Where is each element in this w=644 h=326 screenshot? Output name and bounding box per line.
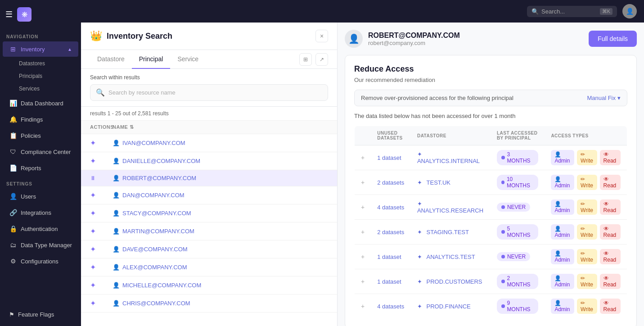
expand-cell[interactable]: + [355, 244, 371, 269]
full-details-button[interactable]: Full details [589, 31, 637, 47]
expand-icon[interactable]: + [361, 278, 365, 285]
expand-cell[interactable]: + [355, 220, 371, 244]
action-icon: ✦ [90, 281, 113, 290]
expand-button[interactable]: ↗ [315, 53, 328, 66]
expand-cell[interactable]: + [355, 294, 371, 319]
grid-view-button[interactable]: ⊞ [299, 53, 312, 66]
sidebar-item-label: Inventory [21, 46, 45, 53]
table-row[interactable]: ✦ 👤 MARTIN@COMPANY.COM [81, 222, 337, 240]
feature-flags-item[interactable]: ⚑ Feature Flags [3, 308, 78, 321]
read-badge: 👁 Read [600, 199, 621, 215]
sidebar-item-integrations[interactable]: 🔗 Integrations [3, 205, 78, 220]
table-row[interactable]: ⏸ 👤 ROBERT@COMPANY.COM [81, 170, 337, 186]
col-access-types-header: ACCESS TYPES [545, 126, 627, 145]
datastore-cell: ✦ ANALYTICS.TEST [411, 244, 491, 269]
table-row[interactable]: ✦ 👤 STACY@COMPANY.COM [81, 204, 337, 222]
access-table-row[interactable]: + 1 dataset ✦ PROD.CUSTOMERS 2 MONTHS 👤 … [355, 269, 627, 294]
col-name-header: NAME ⇅ [113, 124, 328, 130]
principal-icon: 👤 [113, 228, 120, 235]
principal-icon: 👤 [113, 246, 120, 253]
avatar[interactable]: 👤 [622, 4, 637, 18]
col-actions-header: ACTIONS [90, 124, 113, 130]
principal-names: ROBERT@COMPANY.COM robert@company.com [368, 32, 460, 46]
integrations-icon: 🔗 [9, 208, 17, 217]
search-input[interactable] [108, 89, 322, 96]
access-type-badges: 👤 Admin ✏ Write 👁 Read [551, 224, 621, 240]
table-row[interactable]: ✦ 👤 DAN@COMPANY.COM [81, 186, 337, 204]
principal-name: 👤 MARTIN@COMPANY.COM [113, 228, 328, 235]
tab-datastore[interactable]: Datastore [90, 50, 132, 69]
expand-icon[interactable]: + [361, 253, 365, 260]
table-row[interactable]: ✦ 👤 CHRIS@COMPANY.COM [81, 294, 337, 312]
table-row[interactable]: ✦ 👤 DAVE@COMPANY.COM [81, 240, 337, 258]
sidebar-item-data-dashboard[interactable]: 📊 Data Dashboard [3, 95, 78, 111]
results-table: ACTIONS NAME ⇅ ✦ 👤 IVAN@COMPANY.COM ✦ � [81, 121, 337, 326]
inventory-title-icon: 👑 [90, 30, 102, 42]
datastore-icon: ✦ [417, 303, 422, 310]
expand-cell[interactable]: + [355, 195, 371, 220]
last-accessed-badge: 2 MONTHS [497, 274, 539, 289]
expand-icon[interactable]: + [361, 179, 365, 186]
access-table-row[interactable]: + 2 datasets ✦ TEST.UK 10 MONTHS 👤 Admin… [355, 170, 627, 195]
access-types-cell: 👤 Admin ✏ Write 👁 Read [545, 195, 627, 220]
expand-icon[interactable]: + [361, 154, 365, 161]
sidebar-sub-item-principals[interactable]: Principals [3, 70, 78, 82]
expand-cell[interactable]: + [355, 170, 371, 195]
datastore-icon: ✦ [417, 229, 422, 235]
content-area: 👑 Inventory Search × Datastore Principal… [81, 23, 644, 326]
table-row[interactable]: ✦ 👤 DANIELLE@COMPANY.COM [81, 152, 337, 170]
write-badge: ✏ Write [577, 175, 597, 190]
sidebar-item-configurations[interactable]: ⚙ Configurations [3, 254, 78, 269]
badge-dot [501, 156, 505, 159]
compliance-icon: 🛡 [9, 148, 17, 156]
last-accessed-cell: NEVER [491, 195, 545, 220]
access-table-row[interactable]: + 2 datasets ✦ STAGING.TEST 5 MONTHS 👤 A… [355, 220, 627, 244]
expand-cell[interactable]: + [355, 145, 371, 170]
sidebar-sub-item-services[interactable]: Services [3, 83, 78, 95]
close-button[interactable]: × [315, 30, 328, 42]
hamburger-icon[interactable]: ☰ [5, 9, 13, 19]
table-row[interactable]: ✦ 👤 ALEX@COMPANY.COM [81, 258, 337, 276]
sidebar-item-users[interactable]: 👤 Users [3, 189, 78, 204]
sidebar-item-policies[interactable]: 📋 Policies [3, 128, 78, 143]
datastore-icon: ✦ [417, 254, 422, 260]
principal-icon: 👤 [113, 175, 120, 181]
table-row[interactable]: ✦ 👤 MICHELLE@COMPANY.COM [81, 276, 337, 294]
sidebar-item-findings[interactable]: 🔔 Findings [3, 112, 78, 127]
search-icon: 🔍 [531, 8, 539, 15]
datastore-name: STAGING.TEST [427, 229, 469, 235]
expand-icon[interactable]: + [361, 303, 365, 310]
read-badge: 👁 Read [600, 150, 621, 165]
expand-cell[interactable]: + [355, 269, 371, 294]
expand-icon[interactable]: + [361, 204, 365, 211]
global-search[interactable]: 🔍 Search... ⌘K [527, 6, 617, 17]
write-badge: ✏ Write [577, 199, 597, 215]
sidebar-item-label: Users [21, 193, 36, 200]
action-icon: ✦ [90, 157, 113, 165]
sidebar-item-compliance[interactable]: 🛡 Compliance Center [3, 144, 78, 159]
tab-principal[interactable]: Principal [132, 50, 171, 69]
access-table-row[interactable]: + 1 dataset ✦ ANALYTICS.INTERNAL 3 MONTH… [355, 145, 627, 170]
expand-icon[interactable]: + [361, 228, 365, 235]
last-accessed-cell: 2 MONTHS [491, 269, 545, 294]
reduce-access-title: Reduce Access [354, 64, 627, 74]
access-types-cell: 👤 Admin ✏ Write 👁 Read [545, 220, 627, 244]
principal-avatar: 👤 [345, 30, 363, 48]
sidebar-sub-item-datastores[interactable]: Datastores [3, 58, 78, 69]
sidebar-item-data-type-manager[interactable]: 🗂 Data Type Manager [3, 237, 78, 253]
search-input-wrapper[interactable]: 🔍 [90, 84, 328, 101]
remediation-bar: Remove over-provisioned access for the f… [354, 90, 627, 106]
action-icon: ✦ [90, 263, 113, 272]
sidebar-item-authentication[interactable]: 🔒 Authentication [3, 221, 78, 236]
access-table-row[interactable]: + 4 datasets ✦ ANALYTICS.RESEARCH NEVER … [355, 195, 627, 220]
access-table-row[interactable]: + 4 datasets ✦ PROD.FINANCE 9 MONTHS 👤 A… [355, 294, 627, 319]
table-row[interactable]: ✦ 👤 IVAN@COMPANY.COM [81, 134, 337, 152]
sidebar-item-reports[interactable]: 📄 Reports [3, 160, 78, 176]
principal-name: 👤 IVAN@COMPANY.COM [113, 140, 328, 146]
sidebar-bottom: ⚑ Feature Flags [0, 303, 81, 326]
sidebar-item-inventory[interactable]: ⊞ Inventory ▲ [3, 41, 78, 57]
manual-fix-button[interactable]: Manual Fix ▾ [587, 95, 621, 101]
tab-service[interactable]: Service [170, 50, 206, 69]
access-table-row[interactable]: + 1 dataset ✦ ANALYTICS.TEST NEVER 👤 Adm… [355, 244, 627, 269]
search-placeholder: Search... [541, 8, 565, 15]
